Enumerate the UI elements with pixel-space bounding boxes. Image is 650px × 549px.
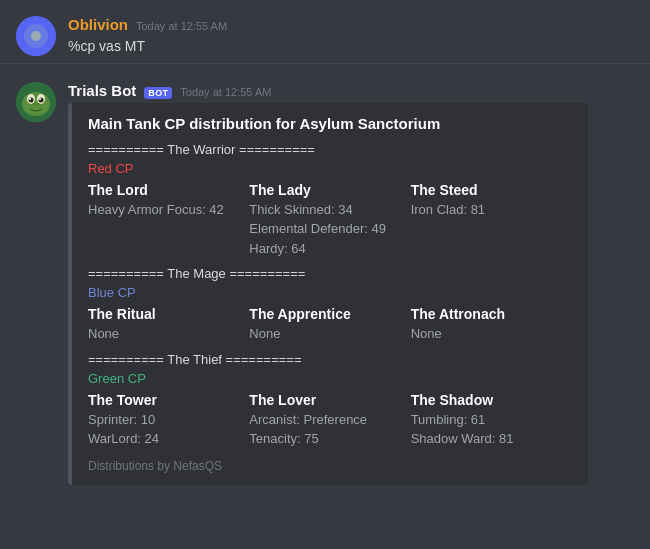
embed-title: Main Tank CP distribution for Asylum San…	[88, 115, 572, 132]
lord-title: The Lord	[88, 182, 249, 198]
lord-value: Heavy Armor Focus: 42	[88, 200, 249, 220]
lover-value: Arcanist: PreferenceTenacity: 75	[249, 410, 410, 449]
apprentice-title: The Apprentice	[249, 306, 410, 322]
bot-message-header: Trials Bot BOT Today at 12:55 AM	[68, 82, 634, 99]
svg-point-2	[31, 31, 41, 41]
lord-cell: The Lord Heavy Armor Focus: 42	[88, 182, 249, 259]
username: Oblivion	[68, 16, 128, 33]
embed: Main Tank CP distribution for Asylum San…	[68, 103, 588, 485]
bot-badge: BOT	[144, 87, 172, 99]
svg-point-9	[29, 98, 31, 100]
warrior-header: ========== The Warrior ==========	[88, 142, 572, 157]
tower-value: Sprinter: 10WarLord: 24	[88, 410, 249, 449]
divider	[0, 63, 650, 64]
bot-username: Trials Bot	[68, 82, 136, 99]
lover-cell: The Lover Arcanist: PreferenceTenacity: …	[249, 392, 410, 449]
mage-header: ========== The Mage ==========	[88, 266, 572, 281]
tower-cell: The Tower Sprinter: 10WarLord: 24	[88, 392, 249, 449]
steed-value: Iron Clad: 81	[411, 200, 572, 220]
shadow-title: The Shadow	[411, 392, 572, 408]
svg-point-7	[29, 97, 34, 102]
message-text: %cp vas MT	[68, 37, 634, 57]
tower-title: The Tower	[88, 392, 249, 408]
attronach-value: None	[411, 324, 572, 344]
message-header: Oblivion Today at 12:55 AM	[68, 16, 634, 33]
steed-title: The Steed	[411, 182, 572, 198]
thief-header: ========== The Thief ==========	[88, 352, 572, 367]
svg-point-12	[37, 103, 40, 105]
message-body: Oblivion Today at 12:55 AM %cp vas MT	[68, 16, 634, 57]
steed-cell: The Steed Iron Clad: 81	[411, 182, 572, 259]
embed-footer: Distributions by NefasQS	[88, 459, 572, 473]
timestamp: Today at 12:55 AM	[136, 20, 227, 32]
red-cp-label: Red CP	[88, 161, 572, 176]
oblivion-message: Oblivion Today at 12:55 AM %cp vas MT	[0, 0, 650, 61]
attronach-title: The Attronach	[411, 306, 572, 322]
svg-point-11	[33, 103, 36, 105]
lady-cell: The Lady Thick Skinned: 34Elemental Defe…	[249, 182, 410, 259]
bot-avatar	[16, 82, 56, 122]
lover-title: The Lover	[249, 392, 410, 408]
thief-grid: The Tower Sprinter: 10WarLord: 24 The Lo…	[88, 392, 572, 449]
apprentice-value: None	[249, 324, 410, 344]
green-cp-label: Green CP	[88, 371, 572, 386]
lady-title: The Lady	[249, 182, 410, 198]
svg-point-8	[39, 97, 44, 102]
ritual-value: None	[88, 324, 249, 344]
mage-grid: The Ritual None The Apprentice None The …	[88, 306, 572, 344]
attronach-cell: The Attronach None	[411, 306, 572, 344]
apprentice-cell: The Apprentice None	[249, 306, 410, 344]
avatar	[16, 16, 56, 56]
svg-point-4	[22, 92, 50, 116]
warrior-grid: The Lord Heavy Armor Focus: 42 The Lady …	[88, 182, 572, 259]
blue-cp-label: Blue CP	[88, 285, 572, 300]
ritual-title: The Ritual	[88, 306, 249, 322]
bot-timestamp: Today at 12:55 AM	[180, 86, 271, 98]
bot-message: Trials Bot BOT Today at 12:55 AM Main Ta…	[0, 66, 650, 489]
lady-value: Thick Skinned: 34Elemental Defender: 49H…	[249, 200, 410, 259]
shadow-value: Tumbling: 61Shadow Ward: 81	[411, 410, 572, 449]
shadow-cell: The Shadow Tumbling: 61Shadow Ward: 81	[411, 392, 572, 449]
bot-message-body: Trials Bot BOT Today at 12:55 AM Main Ta…	[68, 82, 634, 485]
ritual-cell: The Ritual None	[88, 306, 249, 344]
svg-point-10	[39, 98, 41, 100]
